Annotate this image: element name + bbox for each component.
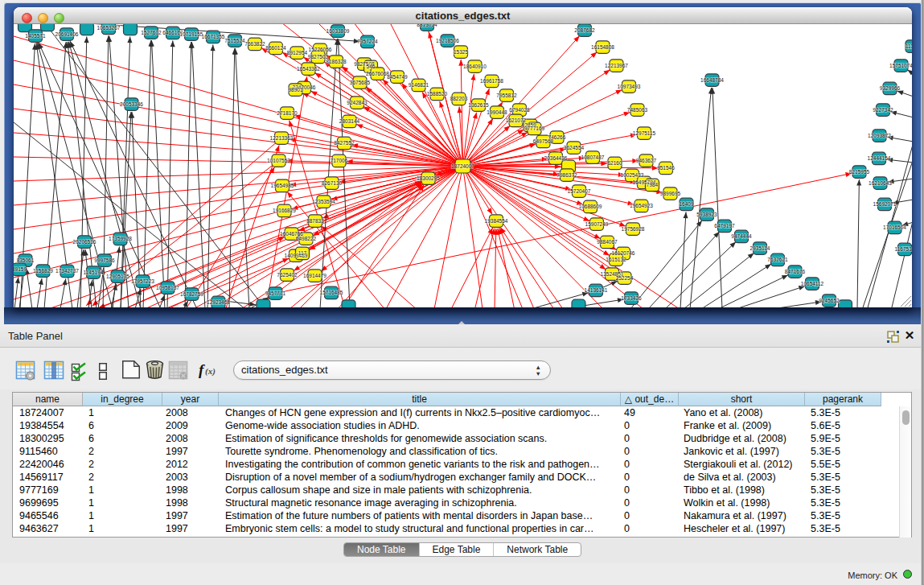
svg-text:1588520: 1588520 [427, 91, 448, 97]
svg-text:8454749: 8454749 [387, 74, 408, 80]
svg-text:16154808: 16154808 [591, 44, 614, 50]
svg-text:9884067: 9884067 [597, 239, 618, 245]
svg-text:1733426: 1733426 [621, 295, 642, 301]
svg-text:19756928: 19756928 [622, 226, 645, 232]
svg-text:7984: 7984 [647, 182, 659, 187]
svg-text:2935114: 2935114 [750, 245, 770, 251]
svg-text:15720407: 15720407 [568, 188, 591, 194]
svg-text:9146821: 9146821 [409, 82, 429, 88]
svg-text:6479197: 6479197 [714, 223, 735, 229]
svg-text:16033809: 16033809 [326, 28, 350, 34]
svg-text:546: 546 [367, 64, 376, 69]
svg-text:7515524: 7515524 [224, 38, 245, 43]
svg-text:1167531: 1167531 [895, 246, 912, 252]
svg-text:10025433: 10025433 [621, 172, 644, 178]
svg-text:882203: 882203 [450, 96, 468, 101]
svg-text:8427552: 8427552 [334, 140, 355, 146]
svg-text:9329966: 9329966 [880, 85, 901, 91]
svg-text:98901: 98901 [288, 87, 302, 93]
svg-text:887833: 887833 [306, 218, 324, 224]
svg-text:19218506: 19218506 [436, 38, 459, 43]
svg-text:252254: 252254 [616, 275, 634, 281]
svg-text:10958137: 10958137 [156, 285, 179, 290]
svg-text:17359928: 17359928 [109, 236, 132, 241]
svg-text:1156829: 1156829 [33, 268, 53, 274]
svg-text:10653267: 10653267 [97, 25, 121, 31]
svg-text:7986372: 7986372 [556, 172, 577, 178]
svg-text:7485063: 7485063 [627, 107, 648, 113]
svg-text:20364436: 20364436 [544, 155, 568, 161]
svg-text:2803144: 2803144 [339, 118, 360, 124]
svg-text:16671355: 16671355 [202, 34, 225, 39]
svg-text:1990448: 1990448 [487, 109, 507, 115]
svg-text:9245652: 9245652 [819, 298, 840, 303]
svg-text:15692071: 15692071 [873, 201, 897, 207]
svg-text:7357224: 7357224 [357, 39, 378, 44]
svg-text:9242843: 9242843 [347, 100, 368, 105]
svg-text:6498222: 6498222 [296, 236, 317, 241]
svg-text:10973493: 10973493 [618, 84, 641, 89]
svg-text:8215955: 8215955 [849, 169, 870, 175]
svg-text:10688609: 10688609 [579, 204, 602, 209]
svg-text:16120746: 16120746 [612, 250, 635, 256]
svg-text:8660124: 8660124 [265, 45, 286, 51]
svg-text:15226056: 15226056 [309, 47, 332, 52]
svg-text:1527602: 1527602 [141, 30, 162, 35]
svg-text:12975115: 12975115 [633, 130, 656, 136]
svg-text:8186328: 8186328 [326, 59, 347, 64]
svg-text:16961758: 16961758 [480, 78, 503, 84]
svg-text:62160: 62160 [607, 160, 622, 166]
svg-text:18300295: 18300295 [417, 175, 440, 181]
svg-text:7663822: 7663822 [244, 41, 265, 47]
svg-text:15751074: 15751074 [889, 63, 912, 68]
svg-text:12923468: 12923468 [207, 299, 230, 305]
svg-text:1145194: 1145194 [84, 270, 104, 275]
svg-text:15325: 15325 [454, 49, 468, 55]
svg-text:16648784: 16648784 [700, 77, 724, 83]
svg-text:8912954: 8912954 [287, 50, 308, 56]
svg-text:12905135: 12905135 [106, 274, 129, 279]
svg-text:8471676: 8471676 [785, 269, 806, 274]
svg-text:26676068: 26676068 [366, 71, 389, 76]
svg-text:19654923: 19654923 [630, 203, 653, 208]
svg-text:10654112: 10654112 [801, 281, 824, 286]
svg-text:14136141: 14136141 [585, 287, 608, 293]
svg-text:10107553: 10107553 [267, 158, 290, 163]
svg-text:12213967: 12213967 [605, 63, 628, 68]
svg-text:19654985: 19654985 [271, 183, 294, 188]
svg-text:7625402: 7625402 [277, 272, 298, 278]
svg-text:12353594: 12353594 [312, 199, 335, 204]
svg-text:9227342: 9227342 [873, 107, 893, 113]
svg-text:2087682: 2087682 [574, 27, 595, 33]
svg-text:19166829: 19166829 [273, 208, 296, 213]
svg-text:2718170: 2718170 [277, 110, 298, 116]
svg-text:20691406: 20691406 [55, 31, 79, 37]
svg-text:17342737: 17342737 [55, 268, 79, 274]
svg-text:1615132: 1615132 [606, 257, 626, 262]
svg-text:12213363: 12213363 [270, 135, 294, 141]
svg-text:117: 117 [298, 250, 307, 256]
svg-text:7632621: 7632621 [767, 257, 788, 262]
svg-text:9997586: 9997586 [94, 257, 115, 263]
svg-text:5938923: 5938923 [696, 212, 717, 217]
svg-text:11174: 11174 [906, 43, 912, 49]
svg-text:3624554: 3624554 [564, 145, 585, 150]
svg-text:1621072: 1621072 [506, 117, 527, 123]
svg-text:15907249: 15907249 [585, 221, 609, 227]
svg-text:9899695: 9899695 [660, 191, 681, 196]
svg-text:(x): (x) [205, 366, 216, 377]
svg-text:7955812: 7955812 [496, 93, 517, 98]
svg-text:19384554: 19384554 [485, 218, 508, 224]
svg-text:17016504: 17016504 [883, 225, 906, 230]
svg-text:16543362: 16543362 [297, 66, 320, 72]
svg-text:8813054: 8813054 [417, 24, 437, 27]
svg-text:10719155: 10719155 [180, 31, 203, 37]
svg-text:16782759: 16782759 [180, 291, 203, 297]
svg-text:20053346: 20053346 [120, 101, 143, 107]
svg-text:18724007: 18724007 [451, 163, 474, 169]
svg-text:16409: 16409 [679, 201, 693, 207]
svg-text:9777169: 9777169 [524, 126, 545, 131]
svg-text:3675685: 3675685 [350, 80, 371, 85]
svg-text:1362615: 1362615 [468, 102, 489, 108]
svg-text:9463627: 9463627 [636, 158, 657, 163]
